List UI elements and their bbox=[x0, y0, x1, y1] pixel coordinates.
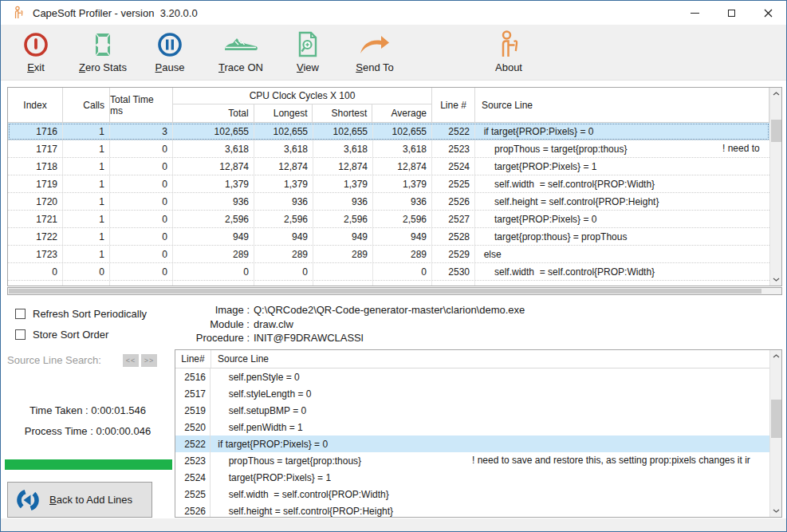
pause-icon bbox=[135, 28, 205, 61]
exit-button[interactable]: Exit bbox=[1, 28, 71, 77]
column-header-longest[interactable]: Longest bbox=[254, 104, 313, 122]
info-row: Procedure : INIT@F9DRAWCLASSl bbox=[184, 331, 525, 345]
source-table-row[interactable]: 2516 self.penStyle = 0 bbox=[175, 368, 769, 385]
vertical-scrollbar[interactable] bbox=[769, 88, 781, 286]
column-header-source[interactable]: Source Line bbox=[475, 88, 769, 122]
column-header-cpu-group: CPU Clock Cycles X 100 bbox=[173, 88, 431, 104]
profiler-table-row[interactable]: 1718 1 0 12,874 12,874 12,874 12,874 252… bbox=[8, 158, 769, 175]
column-header-line: Line# bbox=[175, 353, 211, 365]
pause-label: Pause bbox=[135, 61, 205, 73]
info-value: draw.clw bbox=[254, 317, 293, 332]
procedure-info: Image : Q:\QRCode2\QR-Code-generator-mas… bbox=[184, 303, 525, 345]
search-next-button[interactable]: >> bbox=[141, 354, 157, 367]
profiler-table-row[interactable]: 1721 1 0 2,596 2,596 2,596 2,596 2527 ta… bbox=[8, 211, 769, 228]
zero-stats-label: Zero Stats bbox=[68, 61, 138, 73]
scroll-down-arrow-icon[interactable] bbox=[770, 505, 782, 517]
close-button[interactable] bbox=[750, 1, 786, 25]
profiler-table-header[interactable]: Index Calls Total Time ms CPU Clock Cycl… bbox=[8, 88, 769, 123]
info-row: Image : Q:\QRCode2\QR-Code-generator-mas… bbox=[184, 303, 525, 317]
source-table-row[interactable]: 2520 self.penWidth = 1 bbox=[175, 419, 769, 435]
horizontal-scrollbar[interactable] bbox=[7, 287, 782, 295]
time-taken-text: Time Taken : 0:00:01.546 bbox=[1, 404, 175, 416]
vertical-scrollbar[interactable] bbox=[769, 350, 781, 517]
toolbar: Exit Zero Stats bbox=[1, 25, 786, 81]
source-table-row[interactable]: 2522 if target{PROP:Pixels} = 0 bbox=[175, 435, 769, 452]
process-time-text: Process Time : 0:00:00.046 bbox=[1, 425, 175, 437]
column-header-index[interactable]: Index bbox=[8, 88, 63, 122]
send-to-label: Send To bbox=[340, 61, 410, 73]
person-cane-icon bbox=[474, 28, 544, 61]
exit-label: Exit bbox=[1, 61, 71, 73]
source-table-row[interactable]: 2517 self.styleLength = 0 bbox=[175, 385, 769, 402]
column-header-line[interactable]: Line # bbox=[432, 88, 475, 122]
progress-bar bbox=[5, 459, 172, 470]
profiler-table-row[interactable]: 1723 1 0 289 289 289 289 2529 else bbox=[8, 246, 769, 263]
info-label: Image : bbox=[184, 303, 250, 317]
source-table-row[interactable]: 2525 self.width = self.control{PROP:Widt… bbox=[175, 486, 769, 502]
scrollbar-thumb[interactable] bbox=[771, 400, 781, 438]
window-title: CapeSoft Profiler - version 3.20.0.0 bbox=[33, 7, 198, 19]
view-button[interactable]: View bbox=[273, 28, 343, 77]
source-table-row[interactable]: 2526 self.height = self.control{PROP:Hei… bbox=[175, 502, 769, 517]
close-icon bbox=[764, 9, 773, 18]
minimize-icon bbox=[691, 13, 699, 14]
profiler-table-row[interactable]: 1722 1 0 949 949 949 949 2528 target{pro… bbox=[8, 228, 769, 246]
column-header-total[interactable]: Total bbox=[173, 104, 254, 122]
checkbox-row[interactable]: Refresh Sort Periodically bbox=[15, 308, 147, 320]
minimize-button[interactable] bbox=[676, 1, 713, 25]
info-label: Procedure : bbox=[184, 331, 250, 345]
scroll-down-arrow-icon[interactable] bbox=[770, 274, 782, 286]
info-value: Q:\QRCode2\QR-Code-generator-master\clar… bbox=[254, 303, 525, 317]
source-table-rows: 2516 self.penStyle = 0 2517 self.styleLe… bbox=[175, 368, 769, 517]
profiler-table: Index Calls Total Time ms CPU Clock Cycl… bbox=[7, 87, 782, 286]
source-table-header: Line# Source Line bbox=[175, 350, 769, 368]
profiler-table-row[interactable]: 1720 1 0 936 936 936 936 2526 self.heigh… bbox=[8, 193, 769, 211]
back-to-add-lines-button[interactable]: Back to Add Lines bbox=[7, 482, 152, 518]
pause-button[interactable]: Pause bbox=[135, 28, 205, 77]
source-table: Line# Source Line 2516 self.penStyle = 0… bbox=[175, 349, 782, 518]
column-header-total-time[interactable]: Total Time ms bbox=[110, 88, 173, 122]
power-icon bbox=[1, 28, 71, 61]
column-header-calls[interactable]: Calls bbox=[63, 88, 110, 122]
scroll-up-arrow-icon[interactable] bbox=[770, 350, 782, 362]
scroll-up-arrow-icon[interactable] bbox=[770, 88, 782, 100]
source-table-row[interactable]: 2524 target{PROP:Pixels} = 1 bbox=[175, 469, 769, 486]
profiler-table-row[interactable]: 1719 1 0 1,379 1,379 1,379 1,379 2525 se… bbox=[8, 175, 769, 193]
profiler-table-row[interactable]: 0 0 0 0 0 0 2530 self.width = self.contr… bbox=[8, 263, 769, 281]
maximize-button[interactable] bbox=[713, 1, 750, 25]
trace-on-label: Trace ON bbox=[206, 61, 276, 73]
window-bottom-strip bbox=[1, 518, 786, 532]
checkbox[interactable] bbox=[15, 309, 26, 319]
sort-options: Refresh Sort Periodically Store Sort Ord… bbox=[15, 308, 147, 349]
maximize-icon bbox=[728, 10, 735, 17]
seven-segment-zero-icon bbox=[68, 28, 138, 61]
app-logo-icon bbox=[12, 6, 25, 20]
trace-on-button[interactable]: Trace ON bbox=[206, 28, 276, 77]
view-label: View bbox=[273, 61, 343, 73]
checkbox-label: Store Sort Order bbox=[33, 329, 108, 341]
profiler-table-row[interactable]: 0 0 0 0 0 0 2531 self.height = self.cont… bbox=[8, 281, 769, 286]
title-bar: CapeSoft Profiler - version 3.20.0.0 bbox=[1, 1, 786, 25]
about-button[interactable]: About bbox=[474, 28, 544, 77]
back-button-label: Back to Add Lines bbox=[49, 494, 132, 506]
profiler-table-row[interactable]: 1717 1 0 3,618 3,618 3,618 3,618 2523 pr… bbox=[8, 140, 769, 158]
profiler-table-row[interactable]: 1716 1 3 102,655 102,655 102,655 102,655… bbox=[8, 123, 769, 140]
checkbox-row[interactable]: Store Sort Order bbox=[15, 329, 147, 341]
column-header-average[interactable]: Average bbox=[372, 104, 431, 122]
document-magnifier-icon bbox=[273, 28, 343, 61]
zero-stats-button[interactable]: Zero Stats bbox=[68, 28, 138, 77]
sneaker-icon bbox=[206, 28, 276, 61]
checkbox[interactable] bbox=[15, 329, 26, 340]
search-prev-button[interactable]: << bbox=[123, 354, 139, 367]
column-header-shortest[interactable]: Shortest bbox=[313, 104, 372, 122]
send-to-button[interactable]: Send To bbox=[340, 28, 410, 77]
source-line-search-label: Source Line Search: bbox=[7, 354, 101, 366]
scrollbar-thumb[interactable] bbox=[9, 289, 761, 294]
scrollbar-thumb[interactable] bbox=[771, 120, 781, 142]
profiler-table-rows: 1716 1 3 102,655 102,655 102,655 102,655… bbox=[8, 123, 769, 286]
checkbox-label: Refresh Sort Periodically bbox=[33, 308, 147, 320]
source-table-row[interactable]: 2519 self.setupBMP = 0 bbox=[175, 402, 769, 419]
source-table-row[interactable]: 2523 propThous = target{prop:thous}! nee… bbox=[175, 452, 769, 469]
app-window: CapeSoft Profiler - version 3.20.0.0 Exi… bbox=[0, 0, 787, 532]
column-group-cpu-cycles: CPU Clock Cycles X 100 Total Longest Sho… bbox=[173, 88, 432, 122]
